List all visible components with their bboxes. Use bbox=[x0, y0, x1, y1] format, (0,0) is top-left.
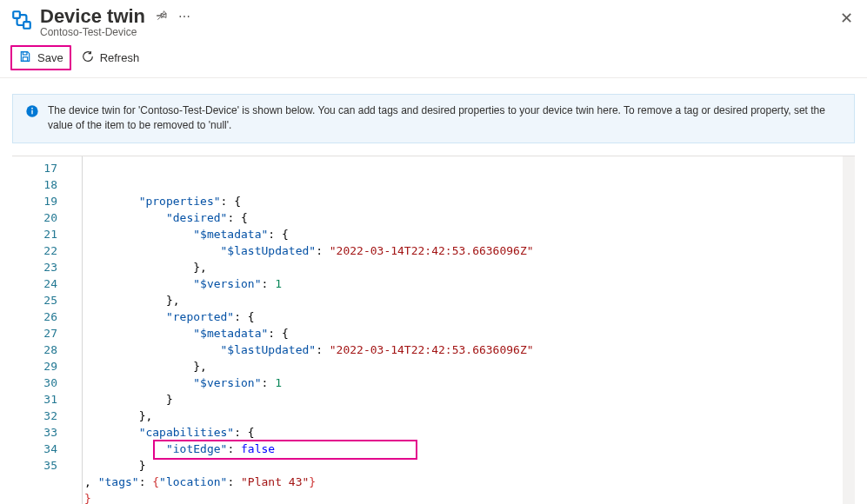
refresh-label: Refresh bbox=[100, 51, 140, 64]
save-label: Save bbox=[37, 51, 63, 64]
more-icon[interactable]: ⋯ bbox=[178, 10, 190, 23]
svg-rect-6 bbox=[31, 110, 32, 115]
page-title: Device twin bbox=[40, 5, 145, 28]
toolbar: Save Refresh bbox=[0, 38, 867, 78]
svg-point-7 bbox=[31, 108, 33, 109]
json-editor[interactable]: 17181920212223242526272829303132333435 "… bbox=[12, 156, 855, 504]
page-subtitle: Contoso-Test-Device bbox=[40, 26, 837, 38]
svg-line-2 bbox=[157, 17, 160, 19]
pin-icon[interactable] bbox=[156, 10, 168, 24]
refresh-icon bbox=[81, 50, 95, 66]
info-icon bbox=[25, 104, 39, 118]
scrollbar[interactable] bbox=[843, 156, 855, 504]
save-icon bbox=[18, 50, 32, 66]
svg-rect-1 bbox=[23, 22, 30, 29]
svg-rect-3 bbox=[23, 52, 27, 55]
line-gutter: 17181920212223242526272829303132333435 bbox=[12, 156, 75, 504]
panel-header: Device twin ⋯ Contoso-Test-Device ✕ bbox=[0, 0, 867, 38]
save-button[interactable]: Save bbox=[10, 45, 71, 70]
close-button[interactable]: ✕ bbox=[837, 5, 857, 31]
device-twin-icon bbox=[10, 9, 33, 31]
info-banner: The device twin for 'Contoso-Test-Device… bbox=[12, 94, 855, 143]
code-area[interactable]: "properties": { "desired": { "$metadata"… bbox=[84, 156, 855, 504]
refresh-button[interactable]: Refresh bbox=[75, 47, 146, 69]
svg-rect-4 bbox=[23, 57, 27, 62]
svg-rect-0 bbox=[13, 11, 20, 18]
fold-column bbox=[70, 156, 83, 504]
info-text: The device twin for 'Contoso-Test-Device… bbox=[48, 103, 842, 134]
